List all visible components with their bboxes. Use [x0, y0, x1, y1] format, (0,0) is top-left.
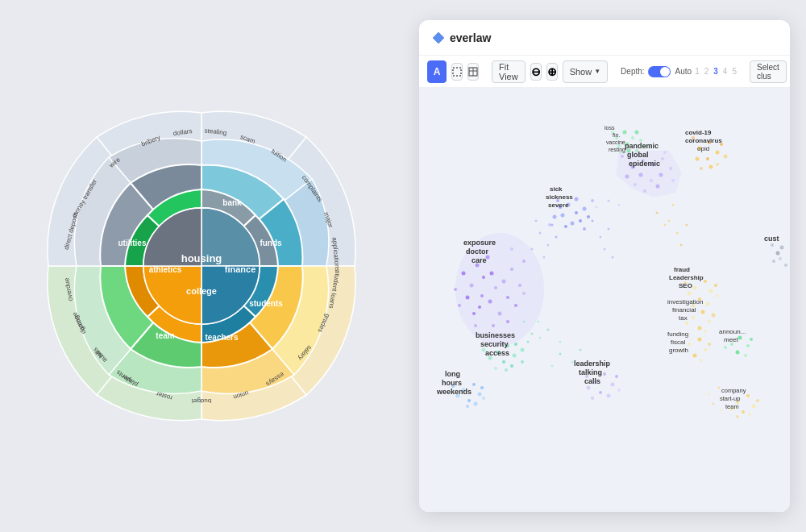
svg-point-60	[462, 272, 466, 276]
svg-point-84	[548, 223, 551, 227]
svg-point-195	[547, 244, 550, 247]
svg-point-205	[612, 256, 614, 259]
toggle-track	[648, 66, 671, 77]
svg-point-61	[518, 284, 521, 287]
svg-point-190	[772, 260, 775, 263]
svg-point-171	[712, 314, 716, 318]
svg-point-199	[535, 220, 538, 222]
show-button[interactable]: Show ▼	[563, 60, 608, 83]
svg-point-200	[551, 224, 554, 227]
svg-point-94	[625, 175, 629, 179]
svg-point-48	[490, 272, 494, 276]
right-panel: everlaw A Fit View ⊖ ⊕	[403, 0, 806, 532]
rect-select-button[interactable]	[451, 63, 463, 81]
svg-text:doctor: doctor	[466, 247, 488, 256]
svg-point-89	[661, 157, 664, 160]
svg-text:fiscal: fiscal	[671, 339, 685, 346]
svg-text:budget: budget	[191, 397, 211, 405]
svg-text:growth: growth	[669, 347, 688, 354]
svg-point-103	[631, 136, 634, 139]
sunburst-chart[interactable]: housing finance college athletics bank f…	[24, 89, 379, 443]
svg-text:businesses: businesses	[476, 331, 515, 339]
svg-point-154	[617, 389, 621, 392]
svg-point-119	[709, 165, 713, 169]
svg-point-52	[502, 280, 506, 284]
svg-point-83	[583, 227, 586, 231]
svg-text:vaccine: vaccine	[606, 139, 625, 145]
svg-point-99	[663, 151, 667, 154]
svg-point-65	[474, 324, 477, 327]
svg-point-209	[676, 232, 679, 235]
svg-text:sick: sick	[550, 185, 563, 193]
svg-point-231	[721, 409, 723, 412]
svg-text:students: students	[249, 299, 283, 308]
svg-text:global: global	[627, 151, 649, 159]
select-cluster-button[interactable]: Select clus	[750, 60, 787, 83]
svg-point-274	[746, 344, 750, 347]
svg-point-100	[643, 189, 646, 193]
svg-point-203	[592, 220, 594, 222]
svg-point-225	[580, 349, 582, 351]
svg-point-59	[514, 304, 517, 307]
svg-point-80	[575, 197, 579, 202]
svg-text:funding: funding	[667, 330, 688, 338]
svg-text:finance: finance	[225, 264, 256, 274]
svg-point-144	[482, 397, 485, 400]
svg-point-116	[706, 157, 709, 160]
svg-point-117	[696, 157, 700, 161]
svg-point-149	[599, 391, 602, 394]
svg-text:housing: housing	[181, 252, 222, 264]
svg-point-95	[634, 183, 637, 186]
zoom-out-button[interactable]: ⊖	[530, 63, 542, 81]
svg-point-227	[708, 393, 711, 396]
svg-text:financial: financial	[672, 306, 696, 314]
app-window: everlaw A Fit View ⊖ ⊕	[419, 20, 790, 512]
svg-point-169	[698, 326, 702, 330]
svg-point-174	[698, 338, 702, 342]
svg-point-54	[466, 296, 470, 300]
svg-point-55	[510, 268, 513, 271]
svg-point-49	[494, 286, 497, 289]
svg-point-213	[672, 204, 675, 206]
svg-text:severe: severe	[548, 202, 569, 209]
svg-point-147	[603, 372, 606, 376]
svg-point-214	[656, 212, 659, 214]
svg-point-64	[522, 292, 526, 295]
svg-point-106	[635, 131, 639, 135]
annotation-button[interactable]: A	[427, 60, 447, 83]
svg-point-68	[522, 260, 526, 263]
svg-text:team: team	[725, 403, 739, 410]
svg-point-186	[748, 413, 751, 416]
svg-text:team: team	[156, 331, 174, 340]
svg-point-92	[659, 173, 663, 177]
svg-text:meet: meet	[724, 336, 739, 343]
svg-point-155	[591, 397, 594, 400]
svg-point-161	[714, 284, 717, 287]
scatter-plot-area[interactable]: exposure doctor care sick sickness sever…	[419, 88, 790, 512]
svg-text:opid: opid	[697, 145, 709, 152]
svg-point-77	[564, 225, 567, 228]
fit-view-button[interactable]: Fit View	[492, 60, 526, 83]
svg-text:college: college	[186, 286, 217, 296]
svg-point-150	[587, 386, 591, 390]
svg-point-51	[478, 305, 481, 309]
svg-point-50	[488, 300, 492, 304]
svg-point-212	[680, 244, 683, 247]
toggle-knob	[660, 67, 670, 77]
svg-point-71	[575, 211, 578, 214]
svg-text:loss: loss	[604, 125, 615, 131]
svg-point-222	[559, 341, 562, 343]
depth-toggle[interactable]: Auto	[648, 66, 692, 77]
svg-point-196	[531, 248, 534, 251]
app-titlebar: everlaw	[419, 20, 790, 56]
svg-point-90	[639, 173, 643, 177]
zoom-in-button[interactable]: ⊕	[546, 63, 558, 81]
svg-point-151	[615, 375, 618, 378]
svg-text:cust: cust	[764, 235, 779, 243]
svg-point-58	[498, 312, 502, 316]
table-button[interactable]	[467, 63, 479, 81]
svg-point-152	[607, 394, 611, 398]
svg-point-158	[709, 289, 713, 293]
svg-point-76	[583, 207, 587, 211]
svg-text:utilities: utilities	[118, 239, 146, 247]
